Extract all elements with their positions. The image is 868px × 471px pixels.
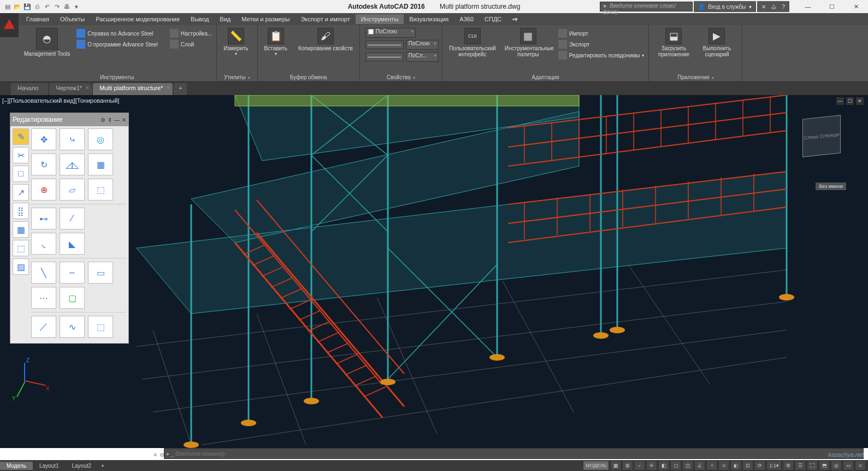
tool-hatch-icon[interactable]: ▨ (13, 258, 29, 275)
editing-palette[interactable]: Редактирование ⚙ ⇕ — ✕ ✎ ✂ □ ↗ ⣿ ▦ ⬚ ▨ ✥… (10, 113, 129, 344)
tool-block-icon[interactable]: ▭ (88, 262, 113, 284)
edit-aliases-button[interactable]: Редактировать псевдонимы ▾ (557, 50, 646, 61)
drawing-tab-1[interactable]: Чертеж1*✕ (49, 83, 92, 95)
vp-min-icon[interactable]: — (836, 97, 844, 105)
export-button[interactable]: Экспорт (557, 39, 646, 50)
status-lwt-icon[interactable]: ≡ (718, 461, 729, 470)
status-polar-icon[interactable]: ✛ (646, 461, 657, 470)
status-cycle-icon[interactable]: ⊡ (742, 461, 753, 470)
tab-annotate[interactable]: Метки и размеры (236, 14, 295, 24)
palette-header[interactable]: Редактирование ⚙ ⇕ — ✕ (10, 113, 128, 126)
management-tools-button[interactable]: ◓ Management Tools (21, 27, 73, 58)
tool-measure-icon[interactable]: □ (13, 166, 29, 182)
close-icon[interactable]: ✕ (122, 117, 126, 123)
qat-save-icon[interactable]: 💾 (23, 2, 32, 11)
tool-palettes-button[interactable]: ▦Инструментальные палитры (501, 27, 555, 58)
app-logo-button[interactable] (0, 13, 19, 37)
lineweight-dropdown[interactable]: ПоСлою (406, 40, 439, 50)
color-dropdown[interactable]: ПоСлою (365, 28, 416, 38)
paste-button[interactable]: 📋Вставить▾ (261, 27, 291, 57)
panel-title-utilities[interactable]: Утилиты (220, 73, 253, 81)
tool-extend-icon[interactable]: ∕ (60, 208, 85, 229)
a360-icon[interactable]: ⧋ (771, 3, 776, 10)
run-script-button[interactable]: ▶Выполнить сценарий (697, 27, 736, 58)
layout-add-button[interactable]: + (98, 462, 108, 470)
close-button[interactable]: ✕ (844, 0, 868, 13)
status-annomon-icon[interactable]: ⟳ (754, 461, 765, 470)
new-drawing-tab[interactable]: + (174, 83, 187, 95)
status-clean-icon[interactable]: ▭ (843, 461, 854, 470)
qat-print-icon[interactable]: 🖶 (62, 2, 71, 11)
tab-output[interactable]: Вывод (185, 14, 214, 24)
tool-line-icon[interactable]: ╲ (31, 262, 56, 284)
qat-new-icon[interactable]: ▤ (3, 2, 12, 11)
tool-rotate-icon[interactable]: ↻ (31, 154, 56, 175)
account-sign-in[interactable]: 👤 Вход в службы ▾ (694, 1, 756, 12)
status-iso-icon[interactable]: ◧ (658, 461, 669, 470)
layout-tab-1[interactable]: Layout1 (33, 462, 66, 470)
settings-button[interactable]: Настройка... (169, 28, 214, 39)
drawing-tab-2[interactable]: Multi platform structure*✕ (93, 83, 173, 95)
measure-button[interactable]: 📏Измерить▾ (220, 27, 251, 57)
close-icon[interactable]: ✕ (166, 85, 170, 91)
cui-button[interactable]: CUIПользовательский интерфейс (446, 27, 499, 58)
tool-dash-icon[interactable]: ╌ (60, 262, 85, 284)
tool-box-icon[interactable]: ⬚ (88, 316, 113, 338)
tool-3d-array-icon[interactable]: ⬚ (88, 179, 113, 201)
tool-layers-icon[interactable]: ↗ (13, 184, 29, 201)
layout-tab-2[interactable]: Layout2 (66, 462, 98, 470)
status-grid-icon[interactable]: ▦ (610, 461, 621, 470)
tool-section-icon[interactable]: ⬚ (13, 240, 29, 256)
minimize-icon[interactable]: — (114, 117, 120, 123)
status-transparency-icon[interactable]: ◐ (730, 461, 741, 470)
close-icon[interactable]: ✕ (153, 452, 157, 458)
status-dyn-icon[interactable]: + (706, 461, 717, 470)
qat-saveas-icon[interactable]: ⎙ (33, 2, 42, 11)
tool-move-icon[interactable]: ✥ (31, 128, 56, 150)
match-properties-button[interactable]: 🖌Копирование свойств (295, 27, 356, 52)
gear-icon[interactable]: ⚙ (101, 117, 105, 123)
tool-offset-icon[interactable]: ◎ (88, 128, 113, 150)
help-icon[interactable]: ? (782, 4, 785, 10)
panel-title-apps[interactable]: Приложения (652, 73, 739, 81)
qat-open-icon[interactable]: 📂 (13, 2, 22, 11)
tool-spline-icon[interactable]: ∿ (60, 316, 85, 338)
visual-style-label[interactable]: Без имени (816, 182, 846, 190)
tool-point-icon[interactable]: ⋯ (31, 287, 56, 309)
panel-title-properties[interactable]: Свойства (363, 73, 439, 81)
maximize-button[interactable]: ☐ (820, 0, 844, 13)
close-icon[interactable]: ✕ (85, 85, 90, 91)
tool-mirror-icon[interactable]: ◿◺ (60, 154, 85, 175)
status-isolate-icon[interactable]: ◎ (831, 461, 842, 470)
tool-chamfer-icon[interactable]: ◣ (60, 233, 85, 255)
minimize-button[interactable]: — (796, 0, 820, 13)
status-scale[interactable]: 1:1 ▾ (766, 461, 782, 470)
tool-pencil-icon[interactable]: ✎ (13, 128, 29, 145)
qat-redo-icon[interactable]: ↷ (52, 2, 61, 11)
pin-icon[interactable]: ⇕ (108, 117, 112, 123)
status-snap-icon[interactable]: ⊞ (622, 461, 633, 470)
linetype-dropdown[interactable]: ПоСл... (406, 52, 439, 62)
layer-button[interactable]: Слой (169, 39, 214, 50)
tab-view[interactable]: Вид (214, 14, 236, 24)
vp-max-icon[interactable]: ☐ (846, 97, 854, 105)
status-gear-icon[interactable]: ⚙ (783, 461, 794, 470)
tab-spds[interactable]: СПДС (479, 14, 507, 24)
help-advance-steel[interactable]: Справка по Advance Steel (75, 28, 158, 39)
tool-array-rect-icon[interactable]: ▦ (88, 154, 113, 175)
status-ortho-icon[interactable]: ⌐ (634, 461, 645, 470)
tab-export[interactable]: Экспорт и импорт (295, 14, 355, 24)
tab-a360[interactable]: A360 (454, 14, 479, 24)
tab-visualize[interactable]: Визуализация (404, 14, 454, 24)
status-fullscreen-icon[interactable]: ⛶ (807, 461, 818, 470)
command-close[interactable]: ✕⚙ (153, 452, 164, 458)
qat-more-icon[interactable]: ▾ (72, 2, 81, 11)
status-osnap-icon[interactable]: ◻ (670, 461, 681, 470)
tool-stretch-icon[interactable]: ▱ (60, 179, 85, 201)
status-ws-icon[interactable]: ☰ (795, 461, 806, 470)
tool-polyline-icon[interactable]: ／ (31, 316, 56, 338)
tab-tools[interactable]: Инструменты (356, 14, 404, 24)
about-advance-steel[interactable]: О программе Advance Steel (75, 39, 158, 50)
tool-trim-icon[interactable]: ⊷ (31, 208, 56, 229)
command-input[interactable] (175, 450, 863, 457)
